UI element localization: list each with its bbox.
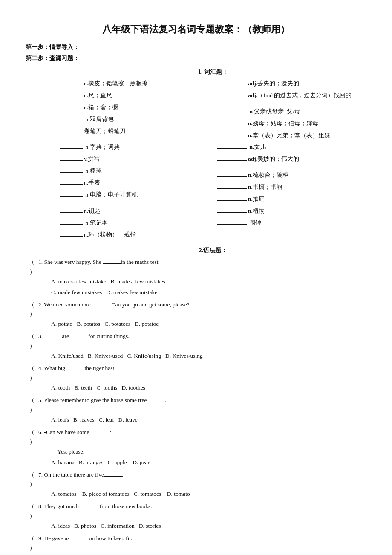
vocab-item: n.堂（表）兄弟；堂（表）姐妹	[217, 131, 366, 141]
blank	[60, 109, 83, 109]
grammar-section: 2.语法题： （ ） 1. She was very happy. She in…	[26, 246, 366, 555]
question-8: （ ） 8. They got much from those new book…	[26, 502, 366, 531]
vocab-item: n.梳妆台；碗柜	[217, 171, 366, 180]
vocab-grid: n.橡皮；铅笔擦；黑板擦 n.尺；直尺 n.箱；盒；橱 n.双肩背包 卷笔刀；铅…	[60, 79, 366, 241]
blank	[60, 133, 83, 133]
vocab-item: n.尺；直尺	[60, 91, 209, 101]
question-2: （ ） 2. We need some more. Can you go and…	[26, 300, 366, 330]
blank	[217, 212, 247, 213]
vocab-item: n.笔记本	[60, 218, 209, 228]
question-6: （ ） 6. -Can we have some ? -Yes, please.…	[26, 428, 366, 468]
vocab-item: n.双肩背包	[60, 115, 209, 124]
blank	[60, 97, 83, 97]
vocab-item: adj.美妙的；伟大的	[217, 154, 366, 164]
blank	[60, 148, 83, 149]
section1-header: 1. 词汇题：	[60, 67, 366, 77]
vocab-item: adj.丢失的；遗失的	[217, 79, 366, 89]
blank	[60, 212, 83, 213]
blank	[60, 121, 83, 121]
vocab-item: adj.（find 的过去式，过去分词）找回的	[217, 91, 366, 101]
vocab-item: n.棒球	[60, 166, 209, 176]
blank	[217, 113, 247, 113]
blank	[217, 148, 247, 149]
blank	[217, 125, 247, 125]
question-3: （ ） 3. are for cutting things. A. Knife/…	[26, 332, 366, 361]
vocab-item: n.钥匙	[60, 206, 209, 216]
vocab-item: n.环（状物）；戒指	[60, 230, 209, 240]
vocab-item: n.电脑；电子计算机	[60, 190, 209, 200]
blank	[217, 137, 247, 137]
vocab-right-col: adj.丢失的；遗失的 adj.（find 的过去式，过去分词）找回的 n.父亲…	[217, 79, 366, 241]
blank	[217, 176, 247, 177]
page-title: 八年级下语法复习名词专题教案：（教师用）	[26, 21, 366, 37]
blank	[217, 200, 247, 201]
blank	[60, 172, 83, 173]
step2: 第二步：查漏习题：	[26, 53, 366, 64]
blank	[217, 97, 247, 97]
vocab-item: 卷笔刀；铅笔刀	[60, 127, 209, 136]
vocab-item: n.箱；盒；橱	[60, 103, 209, 113]
question-9: （ ） 9. He gave us on how to keep fit. A.…	[26, 534, 366, 555]
blank	[60, 184, 83, 185]
vocab-item: n.手表	[60, 178, 209, 188]
vocab-item: n.抽屉	[217, 194, 366, 204]
blank	[217, 224, 247, 225]
vocab-left-col: n.橡皮；铅笔擦；黑板擦 n.尺；直尺 n.箱；盒；橱 n.双肩背包 卷笔刀；铅…	[60, 79, 209, 241]
vocab-item: n.书橱；书箱	[217, 182, 366, 192]
blank	[217, 85, 247, 85]
blank	[60, 160, 83, 161]
blank	[60, 196, 83, 197]
blank	[60, 224, 83, 225]
section2-header: 2.语法题：	[60, 246, 366, 256]
question-5: （ ） 5. Please remember to give the horse…	[26, 396, 366, 425]
vocab-item: n.姨母；姑母；伯母；婶母	[217, 119, 366, 129]
vocab-item: 闹钟	[217, 218, 366, 228]
question-7: （ ） 7. On the table there are five. A. t…	[26, 470, 366, 500]
vocab-item: n.女儿	[217, 142, 366, 152]
blank	[60, 85, 83, 85]
vocab-item: v.拼写	[60, 154, 209, 164]
vocab-item: n.植物	[217, 206, 366, 216]
vocab-item: n.橡皮；铅笔擦；黑板擦	[60, 79, 209, 89]
question-4: （ ） 4. What big the tiger has! A. tooth …	[26, 364, 366, 393]
vocab-item: n.字典；词典	[60, 142, 209, 152]
blank	[217, 188, 247, 189]
blank	[217, 160, 247, 161]
vocab-item: n.父亲或母亲 父/母	[217, 107, 366, 117]
blank	[60, 236, 83, 237]
step1: 第一步：情景导入：	[26, 42, 366, 52]
question-1: （ ） 1. She was very happy. She in the ma…	[26, 257, 366, 298]
